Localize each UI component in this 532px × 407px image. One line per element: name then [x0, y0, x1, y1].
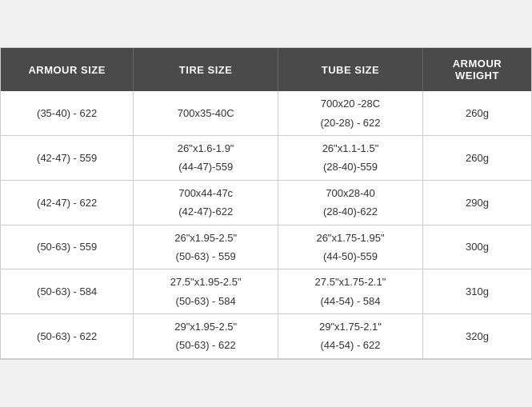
armour-size-cell: (35-40) - 622: [1, 91, 134, 135]
col-header-tire-size: TIRE SIZE: [134, 48, 278, 91]
main-table-container: ARMOUR SIZE TIRE SIZE TUBE SIZE ARMOUR W…: [0, 47, 532, 360]
table-header-row: ARMOUR SIZE TIRE SIZE TUBE SIZE ARMOUR W…: [1, 48, 531, 91]
armour-size-cell: (50-63) - 584: [1, 269, 134, 314]
weight-cell: 260g: [422, 135, 531, 180]
col-header-armour-size: ARMOUR SIZE: [1, 48, 134, 91]
tube-size-cell: 29"x1.75-2.1"(44-54) - 622: [278, 314, 423, 359]
weight-cell: 290g: [422, 180, 531, 225]
tire-size-cell: 29"x1.95-2.5"(50-63) - 622: [134, 314, 278, 359]
col-header-tube-size: TUBE SIZE: [278, 48, 423, 91]
weight-cell: 320g: [422, 314, 531, 359]
table-row: (50-63) - 58427.5"x1.95-2.5"(50-63) - 58…: [1, 269, 531, 314]
tire-size-cell: 700x35-40C: [134, 91, 278, 135]
table-row: (35-40) - 622700x35-40C700x20 -28C(20-28…: [1, 91, 531, 135]
tire-size-cell: 27.5"x1.95-2.5"(50-63) - 584: [134, 269, 278, 314]
tube-size-cell: 26"x1.75-1.95"(44-50)-559: [278, 225, 423, 269]
tube-size-cell: 26"x1.1-1.5"(28-40)-559: [278, 135, 423, 180]
col-header-armour-weight: ARMOUR WEIGHT: [422, 48, 531, 91]
armour-size-cell: (50-63) - 559: [1, 225, 134, 269]
armour-size-cell: (42-47) - 622: [1, 180, 134, 225]
table-row: (42-47) - 55926"x1.6-1.9"(44-47)-55926"x…: [1, 135, 531, 180]
weight-cell: 310g: [422, 269, 531, 314]
table-row: (50-63) - 62229"x1.95-2.5"(50-63) - 6222…: [1, 314, 531, 359]
tire-size-cell: 26"x1.6-1.9"(44-47)-559: [134, 135, 278, 180]
tire-size-cell: 26"x1.95-2.5"(50-63) - 559: [134, 225, 278, 269]
tube-size-cell: 27.5"x1.75-2.1"(44-54) - 584: [278, 269, 423, 314]
armour-size-cell: (42-47) - 559: [1, 135, 134, 180]
weight-cell: 260g: [422, 91, 531, 135]
armour-size-cell: (50-63) - 622: [1, 314, 134, 359]
weight-cell: 300g: [422, 225, 531, 269]
table-row: (50-63) - 55926"x1.95-2.5"(50-63) - 5592…: [1, 225, 531, 269]
size-table: ARMOUR SIZE TIRE SIZE TUBE SIZE ARMOUR W…: [1, 48, 531, 359]
table-row: (42-47) - 622700x44-47c(42-47)-622700x28…: [1, 180, 531, 225]
tube-size-cell: 700x28-40(28-40)-622: [278, 180, 423, 225]
tube-size-cell: 700x20 -28C(20-28) - 622: [278, 91, 423, 135]
tire-size-cell: 700x44-47c(42-47)-622: [134, 180, 278, 225]
